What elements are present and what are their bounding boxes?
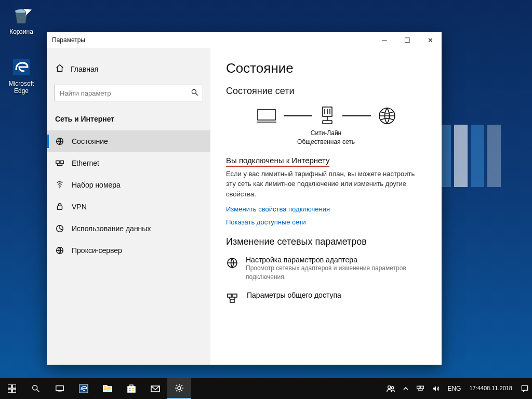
svg-rect-7	[58, 206, 62, 209]
svg-point-6	[59, 188, 60, 189]
page-heading: Состояние	[226, 60, 426, 76]
minimize-button[interactable]: ─	[373, 32, 396, 48]
pc-icon	[256, 108, 277, 124]
nav-label: Ethernet	[72, 159, 99, 167]
nav-dialup[interactable]: Набор номера	[47, 174, 210, 196]
adapter-icon	[226, 256, 238, 282]
option-title: Настройка параметров адаптера	[246, 256, 426, 264]
change-settings-heading: Изменение сетевых параметров	[226, 236, 426, 247]
home-label: Главная	[71, 65, 98, 73]
edge-label: Microsoft Edge	[3, 80, 39, 95]
ethernet-icon	[55, 158, 64, 168]
recycle-bin-desktop-icon[interactable]: ➤ Корзина	[3, 4, 39, 35]
search-taskbar-button[interactable]	[24, 378, 48, 399]
svg-rect-5	[60, 161, 63, 164]
status-icon	[55, 137, 64, 146]
svg-rect-30	[129, 390, 131, 391]
recycle-bin-label: Корзина	[3, 28, 39, 35]
svg-rect-4	[56, 161, 59, 164]
svg-rect-18	[12, 384, 16, 388]
home-icon	[55, 63, 64, 74]
network-diagram	[226, 106, 426, 126]
router-icon	[318, 106, 336, 126]
svg-point-21	[33, 385, 37, 390]
start-button[interactable]	[0, 378, 24, 399]
window-title: Параметры	[52, 36, 85, 44]
nav-label: Прокси-сервер	[72, 246, 122, 255]
svg-point-34	[388, 386, 391, 389]
svg-rect-10	[258, 110, 275, 120]
link-change-properties[interactable]: Изменить свойства подключения	[226, 205, 426, 213]
svg-rect-22	[56, 386, 63, 391]
nav-data-usage[interactable]: Использование данных	[47, 218, 210, 240]
store-taskbar-icon[interactable]	[119, 378, 143, 399]
svg-point-2	[192, 89, 196, 94]
sharing-icon	[226, 291, 240, 307]
globe-icon	[377, 106, 397, 126]
nav-label: Состояние	[72, 137, 108, 145]
nav-ethernet[interactable]: Ethernet	[47, 152, 210, 174]
nav-proxy[interactable]: Прокси-сервер	[47, 240, 210, 261]
svg-rect-14	[228, 294, 232, 297]
clock[interactable]: 17:44 08.11.2018	[465, 378, 516, 399]
option-adapter[interactable]: Настройка параметров адаптера Просмотр с…	[226, 256, 426, 282]
diagram-label: Сити-Лайн Общественная сеть	[226, 129, 426, 147]
settings-window: Параметры ─ ☐ ✕ Главная Сеть и Интернет	[47, 32, 442, 365]
svg-rect-20	[12, 389, 16, 393]
svg-rect-19	[8, 389, 11, 393]
nav-vpn[interactable]: VPN	[47, 196, 210, 218]
link-show-networks[interactable]: Показать доступные сети	[226, 218, 426, 226]
svg-rect-17	[8, 384, 11, 388]
svg-rect-38	[522, 385, 527, 390]
tray-chevron-up-icon[interactable]	[400, 378, 412, 399]
svg-rect-15	[233, 294, 237, 297]
content-pane: Состояние Состояние сети Сити-Лайн Общес…	[210, 48, 442, 365]
mail-taskbar-icon[interactable]	[143, 378, 167, 399]
svg-point-35	[392, 387, 394, 389]
dialup-icon	[55, 180, 64, 190]
explorer-taskbar-icon[interactable]	[96, 378, 119, 399]
search-box[interactable]	[54, 85, 203, 101]
svg-rect-29	[132, 388, 134, 389]
svg-rect-37	[421, 386, 424, 389]
edge-icon	[10, 56, 32, 78]
option-sharing[interactable]: Параметры общего доступа	[226, 291, 426, 307]
section-header: Сеть и Интернет	[47, 111, 210, 130]
svg-point-33	[178, 387, 181, 390]
taskbar: ENG 17:44 08.11.2018	[0, 378, 532, 399]
page-subheading: Состояние сети	[226, 86, 426, 97]
svg-rect-31	[132, 390, 134, 391]
data-usage-icon	[55, 224, 64, 233]
search-input[interactable]	[54, 85, 203, 101]
connected-heading: Вы подключены к Интернету	[226, 156, 329, 167]
nav-label: Набор номера	[72, 181, 121, 189]
edge-taskbar-icon[interactable]	[72, 378, 96, 399]
search-icon	[191, 88, 199, 99]
edge-desktop-icon[interactable]: Microsoft Edge	[3, 56, 39, 95]
svg-rect-28	[129, 388, 131, 389]
settings-taskbar-icon[interactable]	[167, 378, 191, 399]
svg-rect-16	[230, 299, 234, 302]
connected-body: Если у вас лимитный тарифный план, вы мо…	[226, 169, 426, 200]
option-title: Параметры общего доступа	[247, 291, 341, 299]
nav-label: Использование данных	[72, 224, 151, 233]
svg-rect-26	[103, 390, 112, 392]
nav-status[interactable]: Состояние	[47, 130, 210, 152]
vpn-icon	[55, 202, 64, 211]
system-tray: ENG 17:44 08.11.2018	[383, 378, 532, 399]
option-desc: Просмотр сетевых адаптеров и изменение п…	[246, 264, 426, 282]
svg-rect-25	[103, 385, 107, 387]
maximize-button[interactable]: ☐	[396, 32, 419, 48]
sidebar: Главная Сеть и Интернет Состояние Ethern…	[47, 48, 210, 365]
network-tray-icon[interactable]	[413, 378, 428, 399]
volume-tray-icon[interactable]	[429, 378, 443, 399]
task-view-button[interactable]	[48, 378, 72, 399]
titlebar[interactable]: Параметры ─ ☐ ✕	[47, 32, 442, 48]
action-center-icon[interactable]	[517, 378, 532, 399]
language-indicator[interactable]: ENG	[444, 378, 464, 399]
nav-label: VPN	[72, 203, 87, 211]
home-nav[interactable]: Главная	[47, 60, 210, 83]
svg-rect-36	[417, 386, 420, 389]
people-tray-icon[interactable]	[383, 378, 398, 399]
close-button[interactable]: ✕	[419, 32, 442, 48]
